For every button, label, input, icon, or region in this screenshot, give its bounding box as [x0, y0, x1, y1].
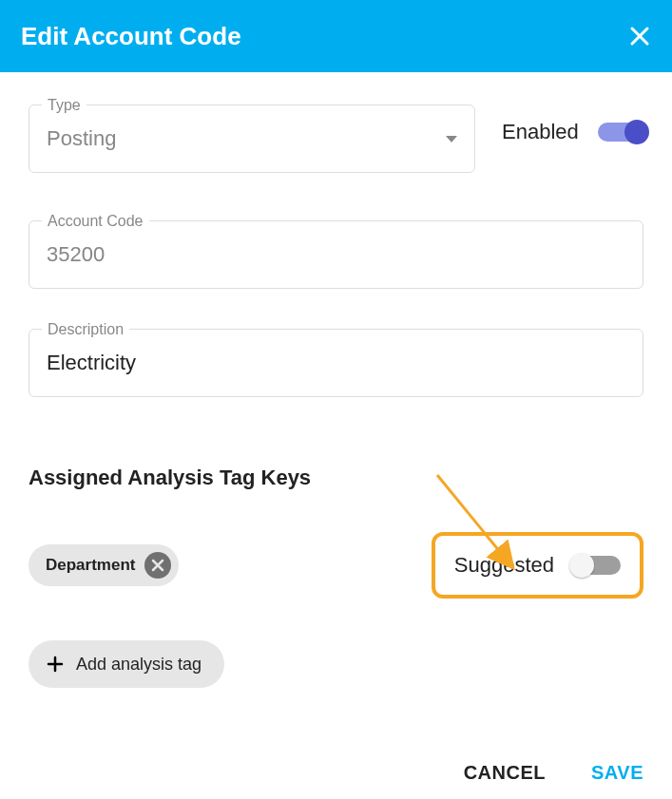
type-label: Type: [42, 97, 86, 114]
account-code-field[interactable]: 35200: [29, 220, 643, 289]
description-wrap: Description Electricity: [29, 329, 643, 397]
chevron-down-icon: [446, 136, 457, 143]
toggle-thumb: [569, 553, 594, 578]
dialog-footer: CANCEL SAVE: [464, 762, 643, 784]
add-analysis-tag-button[interactable]: Add analysis tag: [29, 640, 224, 688]
tag-row: Department Suggested: [29, 532, 643, 599]
account-code-label: Account Code: [42, 213, 149, 230]
tag-chip-department: Department: [29, 544, 179, 586]
suggested-toggle[interactable]: [571, 556, 621, 575]
account-code-wrap: Account Code 35200: [29, 220, 643, 289]
plus-icon: [46, 655, 65, 674]
account-code-value: 35200: [47, 242, 105, 266]
type-field-wrap: Type Posting: [29, 105, 475, 173]
type-select[interactable]: Posting: [29, 105, 475, 173]
dialog-body: Type Posting Enabled Account Code 35200 …: [0, 72, 672, 688]
suggested-label: Suggested: [454, 553, 554, 578]
type-row: Type Posting Enabled: [29, 91, 643, 173]
toggle-thumb: [624, 120, 649, 144]
suggested-highlight-box: Suggested: [432, 532, 643, 599]
description-label: Description: [42, 321, 129, 338]
add-analysis-tag-label: Add analysis tag: [76, 655, 202, 675]
dialog-title: Edit Account Code: [21, 22, 241, 51]
save-button[interactable]: SAVE: [591, 762, 643, 784]
assigned-tags-heading: Assigned Analysis Tag Keys: [29, 466, 643, 490]
type-value: Posting: [47, 126, 116, 151]
description-value: Electricity: [47, 351, 136, 374]
description-field[interactable]: Electricity: [29, 329, 643, 397]
close-icon: [628, 25, 651, 48]
close-button[interactable]: [628, 25, 651, 48]
dialog-header: Edit Account Code: [0, 0, 672, 72]
enabled-toggle[interactable]: [598, 123, 647, 142]
tag-remove-button[interactable]: [144, 552, 171, 579]
enabled-label: Enabled: [502, 120, 579, 144]
close-icon: [151, 559, 164, 572]
cancel-button[interactable]: CANCEL: [464, 762, 546, 784]
tag-chip-label: Department: [46, 556, 135, 575]
